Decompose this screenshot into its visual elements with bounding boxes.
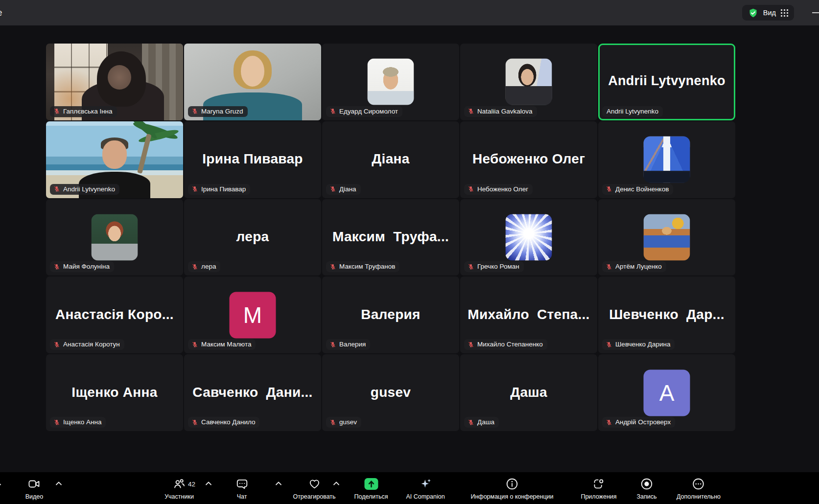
- participant-display-name: Даша: [460, 384, 597, 400]
- video-button[interactable]: Видео: [25, 472, 44, 500]
- participant-tile[interactable]: A Андрій Островерх: [598, 354, 735, 431]
- more-label: Дополнительно: [677, 493, 721, 500]
- share-screen-button[interactable]: Поделиться: [354, 472, 388, 500]
- muted-mic-icon: [606, 419, 612, 426]
- participant-name-label: Валерия: [326, 339, 370, 350]
- react-button[interactable]: Отреагировать: [293, 472, 335, 500]
- muted-mic-icon: [468, 341, 474, 348]
- meeting-info-button[interactable]: Информация о конференции: [470, 472, 553, 500]
- participant-tile[interactable]: Денис Войненков: [598, 121, 735, 198]
- participant-name-text: Артём Луценко: [615, 263, 662, 270]
- participant-tile[interactable]: Валерия Валерия: [322, 276, 459, 353]
- chat-icon: [235, 478, 249, 490]
- participant-tile[interactable]: Артём Луценко: [598, 199, 735, 276]
- chat-chevron-up-icon[interactable]: [276, 481, 282, 486]
- muted-mic-icon: [468, 263, 474, 270]
- meeting-info-label: Информация о конференции: [470, 493, 553, 500]
- participant-tile[interactable]: M Максим Малюта: [184, 276, 321, 353]
- chat-button-label: Чат: [237, 493, 247, 500]
- participant-tile[interactable]: Іщенко Анна Іщенко Анна: [46, 354, 183, 431]
- participant-tile[interactable]: Майя Фолуніна: [46, 199, 183, 276]
- participant-tile[interactable]: gusev gusev: [322, 354, 459, 431]
- participant-tile[interactable]: Andrii LytvynenkoAndrii Lytvynenko: [598, 44, 735, 120]
- participant-tile[interactable]: лера лера: [184, 199, 321, 276]
- participants-count: 42: [188, 481, 195, 488]
- participant-name-label: Andrii Lytvynenko: [602, 106, 663, 117]
- gallery-grid-icon[interactable]: [781, 9, 788, 17]
- muted-mic-icon: [606, 341, 612, 348]
- participant-name-text: Andrii Lytvynenko: [63, 185, 115, 193]
- participant-display-name: Шевченко Дар...: [598, 307, 735, 322]
- participant-tile[interactable]: Andrii Lytvynenko: [46, 121, 183, 198]
- chat-button[interactable]: Чат: [235, 472, 249, 500]
- security-shield-icon[interactable]: [748, 8, 758, 18]
- cutoff-chevron-up-icon[interactable]: [0, 481, 1, 486]
- heart-icon: [307, 478, 321, 490]
- participants-chevron-up-icon[interactable]: [206, 481, 212, 486]
- muted-mic-icon: [53, 108, 60, 115]
- person-face: [102, 140, 127, 169]
- participant-display-name: Небоженко Олег: [460, 151, 597, 167]
- participant-tile[interactable]: Даша Даша: [460, 354, 597, 431]
- participant-tile[interactable]: Nataliia Gavkalova: [460, 44, 597, 120]
- apps-icon: [592, 478, 605, 490]
- participant-name-text: Гаплєвська Інна: [63, 108, 113, 115]
- participant-name-label: Іщенко Анна: [50, 417, 106, 428]
- participant-tile[interactable]: Maryna Gruzd: [184, 44, 321, 120]
- participant-tile[interactable]: Максим Труфа... Максим Труфанов: [322, 199, 459, 276]
- muted-mic-icon: [329, 419, 336, 426]
- participant-tile[interactable]: Едуард Сиромолот: [322, 44, 459, 120]
- muted-mic-icon: [53, 263, 60, 270]
- muted-mic-icon: [53, 185, 60, 192]
- muted-mic-icon: [191, 419, 198, 426]
- participant-tile[interactable]: Михайло Степа... Михайло Степаненко: [460, 276, 597, 353]
- participant-tile[interactable]: Анастасія Коро... Анастасія Коротун: [46, 276, 183, 353]
- participant-name-text: Maryna Gruzd: [201, 108, 243, 115]
- react-chevron-up-icon[interactable]: [333, 481, 340, 486]
- participant-name-text: Nataliia Gavkalova: [477, 108, 533, 115]
- muted-mic-icon: [468, 419, 474, 426]
- apps-button[interactable]: Приложения: [581, 472, 616, 500]
- muted-mic-icon: [191, 185, 198, 192]
- participant-name-label: Nataliia Gavkalova: [464, 106, 537, 117]
- participant-name-text: Майя Фолуніна: [63, 263, 110, 270]
- participant-name-label: gusev: [326, 417, 361, 428]
- participant-tile[interactable]: Гаплєвська Інна: [46, 44, 183, 120]
- participant-tile[interactable]: Ірина Пивавар Ірина Пивавар: [184, 121, 321, 198]
- participant-name-text: Даша: [477, 418, 494, 426]
- more-button[interactable]: Дополнительно: [677, 472, 721, 500]
- participant-tile[interactable]: Небоженко Олег Небоженко Олег: [460, 121, 597, 198]
- participants-grid: Гаплєвська Інна Maryna Gruzd Едуард Сиро…: [46, 44, 735, 431]
- muted-mic-icon: [191, 108, 198, 115]
- participant-display-name: Ірина Пивавар: [184, 151, 321, 167]
- muted-mic-icon: [606, 185, 612, 192]
- participant-name-label: Maryna Gruzd: [188, 106, 248, 117]
- participant-display-name: Максим Труфа...: [322, 229, 459, 245]
- record-button[interactable]: Запись: [636, 472, 656, 500]
- participant-display-name: gusev: [322, 384, 459, 400]
- participant-tile[interactable]: Діана Діана: [322, 121, 459, 198]
- person-face: [108, 65, 131, 90]
- participant-name-label: Савченко Данило: [188, 417, 259, 428]
- view-button[interactable]: Вид: [742, 5, 794, 21]
- participant-name-text: Діана: [339, 185, 356, 193]
- avatar-image: [644, 214, 690, 260]
- meeting-stage: Гаплєвська Інна Maryna Gruzd Едуард Сиро…: [0, 25, 819, 472]
- window-title-fragment: e: [0, 7, 2, 18]
- muted-mic-icon: [329, 108, 336, 115]
- view-button-label[interactable]: Вид: [763, 9, 776, 17]
- participant-tile[interactable]: Шевченко Дар... Шевченко Дарина: [598, 276, 735, 353]
- share-screen-icon: [364, 478, 378, 490]
- share-screen-label: Поделиться: [354, 493, 388, 500]
- video-button-label: Видео: [25, 493, 44, 500]
- participant-name-text: Анастасія Коротун: [63, 341, 120, 348]
- avatar-image: [506, 214, 552, 260]
- minimize-window-icon[interactable]: [812, 12, 819, 13]
- video-chevron-up-icon[interactable]: [56, 481, 62, 486]
- participant-tile[interactable]: Савченко Дани... Савченко Данило: [184, 354, 321, 431]
- ai-companion-button[interactable]: AI Companion: [406, 472, 445, 500]
- participant-name-text: Андрій Островерх: [615, 418, 671, 426]
- participant-name-label: Діана: [326, 184, 361, 195]
- participant-tile[interactable]: Гречко Роман: [460, 199, 597, 276]
- participant-name-label: Ірина Пивавар: [188, 184, 250, 195]
